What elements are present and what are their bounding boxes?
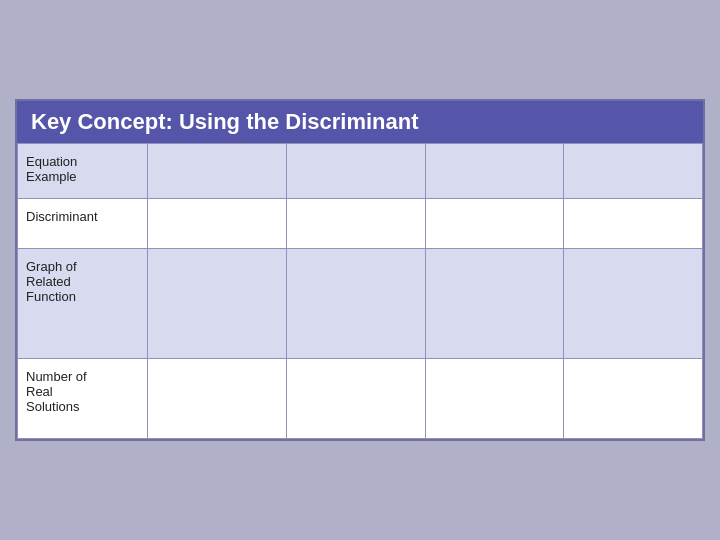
row-label-graph: Graph of Related Function [18, 249, 148, 359]
page-container: Key Concept: Using the Discriminant Equa… [0, 0, 720, 540]
card-header: Key Concept: Using the Discriminant [17, 101, 703, 143]
table-row: Discriminant [18, 199, 703, 249]
table-row: Number of Real Solutions [18, 359, 703, 439]
row-label-discriminant: Discriminant [18, 199, 148, 249]
cell-graph-4 [564, 249, 703, 359]
cell-graph-3 [425, 249, 564, 359]
cell-solutions-2 [286, 359, 425, 439]
cell-solutions-3 [425, 359, 564, 439]
cell-equation-3 [425, 144, 564, 199]
cell-equation-1 [148, 144, 287, 199]
cell-equation-4 [564, 144, 703, 199]
table-row: Graph of Related Function [18, 249, 703, 359]
cell-discriminant-4 [564, 199, 703, 249]
cell-discriminant-1 [148, 199, 287, 249]
row-label-solutions: Number of Real Solutions [18, 359, 148, 439]
cell-discriminant-3 [425, 199, 564, 249]
row-label-equation: Equation Example [18, 144, 148, 199]
cell-graph-2 [286, 249, 425, 359]
table-wrapper: Equation Example Discriminant [17, 143, 703, 439]
card: Key Concept: Using the Discriminant Equa… [15, 99, 705, 441]
cell-solutions-1 [148, 359, 287, 439]
cell-discriminant-2 [286, 199, 425, 249]
table-row: Equation Example [18, 144, 703, 199]
cell-equation-2 [286, 144, 425, 199]
cell-solutions-4 [564, 359, 703, 439]
main-table: Equation Example Discriminant [17, 143, 703, 439]
cell-graph-1 [148, 249, 287, 359]
